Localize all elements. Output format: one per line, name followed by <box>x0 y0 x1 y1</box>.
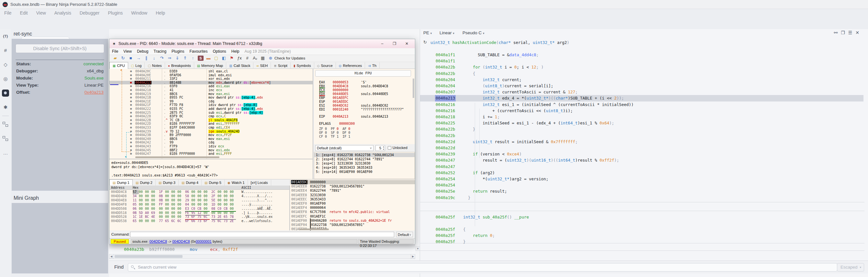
code-line[interactable]: 0040a25f return 0; <box>420 232 864 239</box>
stack-row[interactable]: 001AEEF400000064 <box>290 206 415 210</box>
dump-pane[interactable]: Address Hex ASCII 004DD4C8570000001F0000… <box>110 185 290 231</box>
x32dbg-tab-cpu[interactable]: ▦CPU <box>110 62 128 69</box>
close-button[interactable]: ✕ <box>402 40 412 47</box>
menu-plugins[interactable]: Plugins <box>103 9 127 17</box>
disasm-row[interactable]: ●0040A216.03F0add esi,eax <box>110 84 313 88</box>
disable-sync-button[interactable]: Disable Sync (Alt+Shift+S) <box>16 44 104 53</box>
menu-analysis[interactable]: Analysis <box>50 9 75 17</box>
stack-row[interactable]: 001AEEFC001AEF1C <box>290 214 415 218</box>
register-row[interactable]: EAX00000053'S' <box>314 80 415 84</box>
x32dbg-menu-debug[interactable]: Debug <box>134 48 151 55</box>
vscroll-down-arrow[interactable]: ▼ <box>415 246 420 251</box>
register-row[interactable]: EDX00440DE5souls.00440DE5 <box>314 92 415 96</box>
center-hscrollbar[interactable] <box>109 254 415 259</box>
code-line[interactable]: 0040a1f1 SUB_TABLE = &data_4dd4c8; <box>420 52 864 58</box>
code-line[interactable]: 0040a239 if (version < 0xce4) <box>420 151 864 157</box>
types-icon[interactable]: {T} <box>0 29 11 43</box>
x32dbg-titlebar[interactable]: ✶ Souls.exe - PID: 6640 - Module: souls.… <box>110 39 415 48</box>
x32dbg-tab-breakpoints[interactable]: ●Breakpoints <box>165 62 194 69</box>
register-row[interactable]: ESI0044DC02souls.0044DC02 <box>314 104 415 108</box>
dump-row[interactable]: 004DD4D8340000000B000000580000002F000000… <box>110 194 290 199</box>
code-line[interactable]: 0040a247 result = (uint32_t)(uint16_t)((… <box>420 157 864 163</box>
menu-help[interactable]: Help <box>152 9 169 17</box>
dump-row[interactable]: 004DD5386500000077656C6C6F66736F756C732E… <box>110 219 290 223</box>
dump-tab-dump-4[interactable]: ▤Dump 4 <box>179 180 202 186</box>
code-line[interactable]: 0040a25fint32_t sub_40a25f() __pure <box>420 214 864 220</box>
code-line[interactable] <box>420 220 864 226</box>
labels-icon[interactable]: ◧ <box>220 55 228 61</box>
step-down-icon[interactable]: ⇓ <box>174 55 181 61</box>
run-icon[interactable]: → <box>135 55 143 61</box>
functions-icon[interactable]: ƒx <box>236 55 243 61</box>
disasm-row[interactable]: ●0040A213.8B148Bmov edx,dword ptr ds:[eb… <box>110 81 313 85</box>
calculator-icon[interactable]: ▦ <box>259 55 267 61</box>
disasm-row[interactable]: ●0040A22B.^7C CBjl souls.40A1F8 <box>110 118 313 122</box>
x32dbg-menu-view[interactable]: View <box>121 48 134 55</box>
disasm-row[interactable]: ●0040A239.v7D 12jge souls.40A24D <box>110 130 313 134</box>
disasm-row[interactable]: ●0040A22D.81E6 FFFFFF7Fand esi,7FFFFFFF <box>110 122 313 126</box>
x32dbg-tab-symbols[interactable]: ▮Symbols <box>291 62 314 69</box>
menu-window[interactable]: Window <box>127 9 152 17</box>
open-file-icon[interactable]: ▰ <box>111 55 119 61</box>
code-line[interactable]: 0040a216 int32_t esi_1 = (initialSeed ^ … <box>420 102 864 108</box>
stack-row[interactable]: 001AEEF0001AEF00 <box>290 201 415 206</box>
disasm-row[interactable]: ●0040A242.99cdq <box>110 141 313 144</box>
hscroll-right-arrow[interactable]: ▶ <box>411 254 415 258</box>
code-line[interactable]: 0040a19c } <box>420 195 864 201</box>
patches-icon[interactable]: ▬ <box>205 55 212 61</box>
register-row[interactable]: ECX00000000 <box>314 88 415 92</box>
x32dbg-menu-plugins[interactable]: Plugins <box>169 48 187 55</box>
code-line[interactable]: 0040a25e return result; <box>420 188 864 194</box>
disasm-row[interactable]: ●0040A225.2B75 FCsub esi,dword ptr ss:[e… <box>110 111 313 115</box>
retsync-plugin-icon[interactable] <box>0 86 11 100</box>
menu-debugger[interactable]: Debugger <box>75 9 104 17</box>
register-row[interactable]: ESP001AEEDC <box>314 100 415 104</box>
unlocked-checkbox[interactable]: Unlocked <box>388 146 407 150</box>
execute-till-return-icon[interactable]: ⇑ <box>181 55 189 61</box>
disasm-row[interactable]: ●0040A240.8BC6mov eax,esi <box>110 137 313 141</box>
register-row[interactable]: EIP0040A213souls.0040A213 <box>314 115 415 118</box>
dump-row[interactable]: 004DD5281C1EBC4E00000000736F756C732E6578… <box>110 215 290 219</box>
arg-row[interactable]: 4: [esp+10] 36353433 36353433 <box>314 166 415 170</box>
x32dbg-menu-tracing[interactable]: Tracing <box>151 48 169 55</box>
dump-tab-dump-1[interactable]: ▤Dump 1 <box>110 179 133 186</box>
disasm-row[interactable]: ●0040A219.8BC6mov eax,esi <box>110 92 313 96</box>
disasm-row[interactable]: ●0040A21E.99cdq <box>110 100 313 103</box>
code-line[interactable]: 0040a216 + (currentToAscii << (uint8_t)i… <box>420 108 864 114</box>
step-into-icon[interactable]: ↓ <box>150 55 158 61</box>
disasm-row[interactable]: ●0040A245.8BF2mov esi,edx <box>110 148 313 152</box>
location-icon[interactable]: ◎ <box>0 72 11 86</box>
x32dbg-tab-th[interactable]: ⇉Th <box>365 62 380 69</box>
x32dbg-menu-options[interactable]: Options <box>210 48 228 55</box>
code-line[interactable]: 0040a204 int32_t current; <box>420 77 864 83</box>
dump-tab-dump-2[interactable]: ▤Dump 2 <box>133 180 156 186</box>
scylla-icon[interactable]: S <box>198 56 204 61</box>
stack-row[interactable]: 001AEEE832313030 <box>290 193 415 197</box>
disasm-row[interactable]: ●0040A218.41inc ecx <box>110 88 313 92</box>
tag-icon[interactable]: ◇ <box>0 58 11 72</box>
disasm-row[interactable]: ●0040A247.81E6 FFFF0000and esi,FFFF <box>110 152 313 156</box>
command-input[interactable] <box>130 232 394 237</box>
stop-icon[interactable]: ■ <box>127 55 135 61</box>
register-row[interactable]: EDI0001E240"????????????????????" <box>314 108 415 111</box>
update-globe-icon[interactable]: ⊕ <box>267 55 274 61</box>
dump-tab-dump-5[interactable]: ▤Dump 5 <box>202 180 225 186</box>
run-to-user-icon[interactable]: ⇒ <box>166 55 174 61</box>
registers-pane[interactable]: Hide FPU EAX00000053'S'EBX004DD4C8souls.… <box>314 69 415 144</box>
stack-row[interactable]: 001AEEE401622744"7891" <box>290 188 415 193</box>
minimize-button[interactable]: – <box>377 40 387 47</box>
register-row[interactable]: EBP001AEEFC <box>314 96 415 100</box>
menu-edit[interactable]: Edit <box>16 9 32 17</box>
x32dbg-menu-favourites[interactable]: Favourites <box>187 48 210 55</box>
code-line[interactable]: 0040a25f} <box>420 239 864 245</box>
stack-row[interactable]: 001AEEF86C7C7598return to mfc42.public: … <box>290 210 415 214</box>
stack-row[interactable]: 001AEF0401622738"SOUL001234567891" <box>290 223 415 227</box>
stack-row[interactable]: 001AEF000040A280return to souls.sub_40A2… <box>290 218 415 223</box>
x32dbg-tab-seh[interactable]: ∞SEH <box>253 62 271 69</box>
hscroll-left-arrow[interactable]: ◀ <box>109 254 114 258</box>
x32dbg-menu-help[interactable]: Help <box>229 48 242 55</box>
tags-icon[interactable]: # <box>0 43 11 58</box>
dump-tab-watch-1[interactable]: ◉Watch 1 <box>225 180 248 186</box>
menu-view[interactable]: View <box>32 9 50 17</box>
x32dbg-tab-script[interactable]: ≣Script <box>271 62 291 69</box>
